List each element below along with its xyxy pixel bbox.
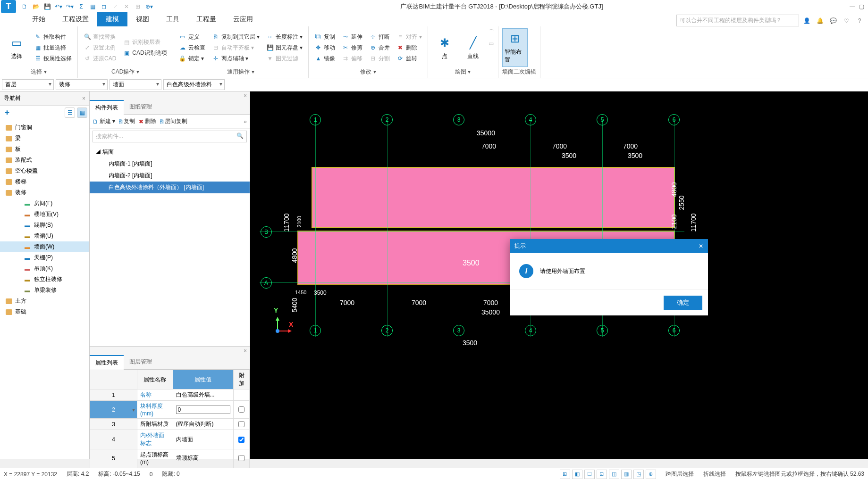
qat-table-icon[interactable]: ▦ [88, 2, 97, 11]
copy-button[interactable]: ⿻复制 [312, 32, 337, 42]
heart-icon[interactable]: ♡ [842, 16, 851, 25]
rect-icon[interactable]: ▭ [489, 40, 494, 47]
restore-cad-button[interactable]: ↺还原CAD [82, 54, 118, 64]
comp-item[interactable]: 白色高级外墙涂料（外墙面） [内墙面] [90, 182, 250, 193]
prop-value-cell[interactable]: 内墙面 [173, 430, 234, 449]
prop-value-cell[interactable]: 白色高级外墙... [173, 389, 234, 401]
nav-item-楼地面(V)[interactable]: ▬楼地面(V) [0, 209, 89, 220]
cad-recognize-options-button[interactable]: ▣CAD识别选项 [121, 48, 169, 58]
nav-item-梁[interactable]: 梁 [0, 133, 89, 144]
copy-to-floor-button[interactable]: ⎘复制到其它层 ▾ [210, 32, 261, 42]
nav-item-装配式[interactable]: 装配式 [0, 155, 89, 166]
nav-item-土方[interactable]: 土方 [0, 296, 89, 306]
align-button[interactable]: ≡对齐 ▾ [395, 32, 423, 42]
nav-item-吊顶(K)[interactable]: ▬吊顶(K) [0, 263, 89, 274]
view-side-icon[interactable]: ⊡ [597, 470, 607, 479]
delete-button[interactable]: ✖删除 [395, 43, 423, 53]
auto-level-slab-button[interactable]: ⊟自动平齐板 ▾ [210, 43, 261, 53]
comp-tab-drawing[interactable]: 图纸管理 [124, 100, 158, 114]
view-3d-icon[interactable]: ◧ [572, 470, 582, 479]
comp-copy-button[interactable]: ⎘复制 [119, 117, 135, 125]
qat-new-icon[interactable]: 🗋 [20, 2, 29, 11]
select-by-property-button[interactable]: ☰按属性选择 [32, 54, 74, 64]
maximize-icon[interactable]: ▢ [859, 3, 864, 10]
help-icon[interactable]: ? [855, 16, 864, 25]
qat-open-icon[interactable]: 📂 [31, 2, 41, 11]
element-save-button[interactable]: 💾图元存盘 ▾ [264, 43, 304, 53]
comp-layer-copy-button[interactable]: ⎘层间复制 [160, 117, 187, 125]
prop-row-5[interactable]: 5起点顶标高(m)墙顶标高 [90, 449, 250, 467]
qat-more-icon[interactable]: ⊕▾ [144, 2, 154, 11]
point-button[interactable]: ✱ 点 [432, 28, 457, 67]
nav-item-墙面(W)[interactable]: ▬墙面(W) [0, 241, 89, 252]
length-dim-button[interactable]: ↔长度标注 ▾ [264, 32, 304, 42]
cloud-check-button[interactable]: ☁云检查 [177, 43, 207, 53]
prop-extra-checkbox[interactable] [238, 455, 244, 461]
nav-item-独立柱装修[interactable]: ▬独立柱装修 [0, 274, 89, 285]
item-selector[interactable]: 白色高级外墙涂料 [163, 79, 225, 90]
two-point-axis-button[interactable]: ✛两点辅轴 ▾ [210, 54, 261, 64]
comp-item[interactable]: 内墙面-1 [内墙面] [90, 158, 250, 170]
view-dyn-icon[interactable]: ◳ [633, 470, 644, 479]
comp-close-icon[interactable]: × [244, 92, 247, 99]
nav-item-房间(F)[interactable]: ▬房间(F) [0, 198, 89, 209]
lock-button[interactable]: 🔒锁定 ▾ [177, 54, 207, 64]
nav-close-icon[interactable]: × [82, 95, 85, 102]
prop-extra-checkbox[interactable] [238, 437, 244, 443]
qat-redo-icon[interactable]: ↷▾ [65, 2, 75, 11]
trim-button[interactable]: ✂修剪 [340, 43, 364, 53]
floor-selector[interactable]: 首层 [2, 79, 54, 90]
type-selector[interactable]: 墙面 [110, 79, 161, 90]
rotate-button[interactable]: ⟳旋转 [395, 54, 423, 64]
prop-row-4[interactable]: 4内/外墙面标志内墙面 [90, 430, 250, 449]
line-button[interactable]: ╱ 直线 [460, 28, 486, 67]
set-scale-button[interactable]: ⤢设置比例 [82, 43, 118, 53]
batch-select-button[interactable]: ▦批量选择 [32, 43, 74, 53]
prop-value-cell[interactable]: 墙顶标高 [173, 449, 234, 467]
tab-quantity[interactable]: 工程量 [188, 12, 225, 26]
status-cross-layer[interactable]: 跨图层选择 [666, 470, 694, 478]
mirror-button[interactable]: ▲镜像 [312, 54, 337, 64]
prop-tab-list[interactable]: 属性列表 [90, 355, 124, 370]
comp-new-button[interactable]: 🗋新建 ▾ [93, 117, 115, 125]
prop-row-2[interactable]: 2块料厚度(mm) [90, 401, 250, 419]
nav-item-装修[interactable]: 装修 [0, 187, 89, 198]
nav-list-icon[interactable]: ☰ [65, 108, 75, 118]
view-section-icon[interactable]: ▥ [621, 470, 632, 479]
nav-item-楼梯[interactable]: 楼梯 [0, 176, 89, 187]
prop-value-cell[interactable] [173, 401, 234, 419]
nav-item-墙裙(U)[interactable]: ▬墙裙(U) [0, 231, 89, 241]
nav-expand-icon[interactable]: ✚ [2, 108, 12, 118]
element-filter-button[interactable]: ▼图元过滤 [264, 54, 304, 64]
move-button[interactable]: ✥移动 [312, 43, 337, 53]
qat-measure-icon[interactable]: ✕ [122, 2, 131, 11]
tab-start[interactable]: 开始 [24, 12, 54, 26]
qat-undo-icon[interactable]: ↶▾ [54, 2, 63, 11]
select-button[interactable]: ▭ 选择 [4, 28, 29, 67]
smart-layout-button[interactable]: ⊞ 智能布置 [502, 28, 528, 67]
comp-toolbar-more-icon[interactable]: » [244, 118, 247, 125]
tab-modeling[interactable]: 建模 [97, 12, 127, 26]
nav-grid-icon[interactable]: ▦ [77, 108, 87, 118]
prop-row-3[interactable]: 3所附墙材质(程序自动判断) [90, 419, 250, 430]
view-front-icon[interactable]: ☐ [584, 470, 595, 479]
merge-button[interactable]: ⊕合并 [367, 43, 392, 53]
user-icon[interactable]: 👤 [802, 16, 811, 25]
split-button[interactable]: ⊟分割 [367, 54, 392, 64]
prop-extra-checkbox[interactable] [238, 406, 244, 413]
dialog-ok-button[interactable]: 确定 [664, 296, 702, 310]
find-replace-button[interactable]: 🔍查找替换 [82, 32, 118, 42]
nav-item-踢脚(S)[interactable]: ▬踢脚(S) [0, 220, 89, 231]
qat-ruler-icon[interactable]: ⟋ [110, 2, 120, 11]
prop-extra-checkbox[interactable] [238, 421, 244, 427]
comp-delete-button[interactable]: ✖删除 [139, 117, 156, 125]
comp-list-header[interactable]: ◢ 墙面 [90, 146, 250, 158]
nav-item-基础[interactable]: 基础 [0, 306, 89, 317]
nav-item-天棚(P)[interactable]: ▬天棚(P) [0, 252, 89, 263]
qat-view-icon[interactable]: ◻ [99, 2, 109, 11]
prop-tab-layer[interactable]: 图层管理 [124, 355, 158, 369]
tab-tools[interactable]: 工具 [158, 12, 188, 26]
pick-component-button[interactable]: ✎拾取构件 [32, 32, 74, 42]
help-search-input[interactable]: 可以合并不同工程的楼层及构件类型吗？ [676, 15, 799, 26]
qat-sum-icon[interactable]: Σ [76, 2, 86, 11]
